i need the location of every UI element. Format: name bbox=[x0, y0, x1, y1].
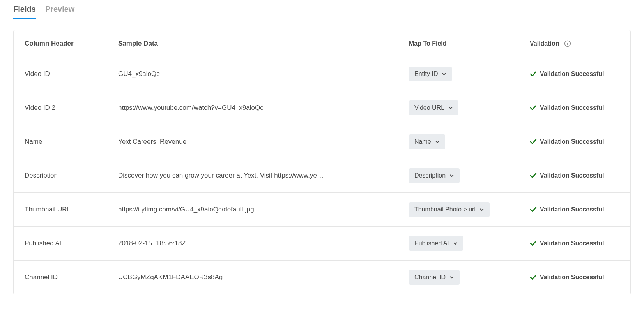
cell-column: Video ID bbox=[25, 70, 118, 78]
svg-point-2 bbox=[567, 42, 568, 42]
th-sample-data: Sample Data bbox=[118, 40, 409, 48]
chevron-down-icon bbox=[453, 241, 458, 246]
check-icon bbox=[530, 70, 537, 78]
info-icon[interactable] bbox=[564, 40, 571, 47]
check-icon bbox=[530, 172, 537, 179]
dropdown-label: Published At bbox=[414, 240, 449, 247]
chevron-down-icon bbox=[449, 275, 454, 280]
check-icon bbox=[530, 206, 537, 213]
cell-sample: UCBGyMZqAKM1FDAAEOR3s8Ag bbox=[118, 273, 409, 281]
cell-column: Published At bbox=[25, 240, 118, 247]
map-field-dropdown[interactable]: Channel ID bbox=[409, 270, 460, 285]
table-row: Channel ID UCBGyMZqAKM1FDAAEOR3s8Ag Chan… bbox=[14, 261, 630, 294]
map-field-dropdown[interactable]: Thumbnail Photo > url bbox=[409, 202, 490, 217]
dropdown-label: Description bbox=[414, 172, 446, 179]
validation-status: Validation Successful bbox=[540, 240, 604, 247]
dropdown-label: Video URL bbox=[414, 104, 444, 111]
cell-sample: Discover how you can grow your career at… bbox=[118, 172, 409, 180]
cell-sample: https://www.youtube.com/watch?v=GU4_x9ai… bbox=[118, 104, 409, 112]
cell-column: Channel ID bbox=[25, 273, 118, 281]
chevron-down-icon bbox=[479, 207, 484, 212]
th-validation: Validation bbox=[530, 40, 619, 47]
check-icon bbox=[530, 104, 537, 111]
fields-table: Column Header Sample Data Map To Field V… bbox=[13, 30, 631, 294]
check-icon bbox=[530, 240, 537, 247]
cell-sample: https://i.ytimg.com/vi/GU4_x9aioQc/defau… bbox=[118, 206, 409, 213]
dropdown-label: Channel ID bbox=[414, 274, 446, 281]
validation-status: Validation Successful bbox=[540, 104, 604, 111]
table-row: Thumbnail URL https://i.ytimg.com/vi/GU4… bbox=[14, 193, 630, 227]
cell-sample: 2018-02-15T18:56:18Z bbox=[118, 240, 409, 247]
cell-sample: GU4_x9aioQc bbox=[118, 70, 409, 78]
table-header-row: Column Header Sample Data Map To Field V… bbox=[14, 30, 630, 57]
map-field-dropdown[interactable]: Name bbox=[409, 134, 445, 149]
th-validation-label: Validation bbox=[530, 40, 559, 47]
map-field-dropdown[interactable]: Video URL bbox=[409, 100, 458, 115]
chevron-down-icon bbox=[449, 173, 454, 178]
cell-column: Thumbnail URL bbox=[25, 206, 118, 213]
th-map-to-field: Map To Field bbox=[409, 40, 530, 47]
tabs-bar: Fields Preview bbox=[13, 0, 631, 19]
dropdown-label: Entity ID bbox=[414, 70, 438, 78]
table-row: Published At 2018-02-15T18:56:18Z Publis… bbox=[14, 227, 630, 261]
dropdown-label: Name bbox=[414, 138, 431, 145]
map-field-dropdown[interactable]: Entity ID bbox=[409, 67, 452, 81]
map-field-dropdown[interactable]: Published At bbox=[409, 236, 463, 251]
check-icon bbox=[530, 138, 537, 145]
tab-preview[interactable]: Preview bbox=[45, 5, 75, 19]
table-row: Video ID GU4_x9aioQc Entity ID Validatio… bbox=[14, 57, 630, 91]
dropdown-label: Thumbnail Photo > url bbox=[414, 206, 476, 213]
validation-status: Validation Successful bbox=[540, 172, 604, 179]
tab-fields[interactable]: Fields bbox=[13, 5, 36, 19]
th-column-header: Column Header bbox=[25, 40, 118, 48]
table-row: Video ID 2 https://www.youtube.com/watch… bbox=[14, 91, 630, 125]
validation-status: Validation Successful bbox=[540, 138, 604, 145]
table-row: Description Discover how you can grow yo… bbox=[14, 159, 630, 193]
validation-status: Validation Successful bbox=[540, 206, 604, 213]
chevron-down-icon bbox=[435, 139, 440, 144]
cell-column: Description bbox=[25, 172, 118, 180]
validation-status: Validation Successful bbox=[540, 70, 604, 78]
check-icon bbox=[530, 274, 537, 281]
chevron-down-icon bbox=[448, 106, 453, 110]
cell-sample: Yext Careers: Revenue bbox=[118, 138, 409, 146]
map-field-dropdown[interactable]: Description bbox=[409, 168, 460, 183]
cell-column: Name bbox=[25, 138, 118, 146]
table-row: Name Yext Careers: Revenue Name Validati… bbox=[14, 125, 630, 159]
chevron-down-icon bbox=[442, 72, 446, 76]
validation-status: Validation Successful bbox=[540, 274, 604, 281]
cell-column: Video ID 2 bbox=[25, 104, 118, 112]
